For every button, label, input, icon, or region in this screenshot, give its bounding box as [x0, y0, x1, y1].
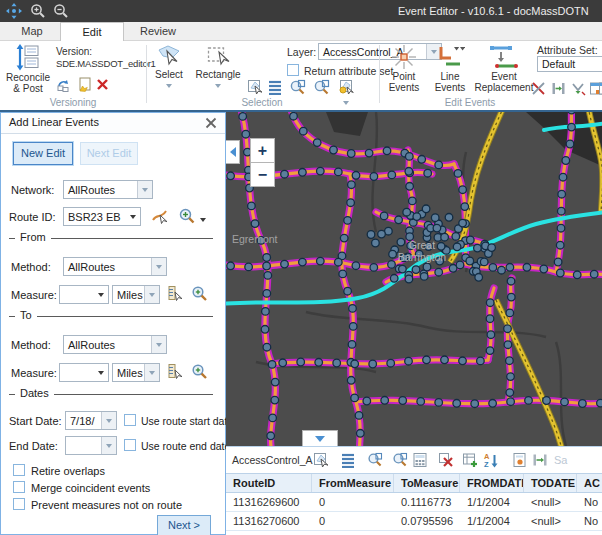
zoom-in-icon[interactable] — [30, 3, 46, 19]
start-date-combo[interactable]: 7/18/ — [65, 411, 117, 430]
use-route-end-date-checkbox[interactable] — [124, 439, 136, 451]
close-icon[interactable] — [205, 117, 217, 129]
chevron-down-icon — [149, 371, 155, 378]
cell-routeid: 11316270600 — [226, 512, 312, 530]
selectable-layers-icon[interactable] — [338, 79, 354, 95]
to-zoom-icon[interactable] — [191, 363, 208, 380]
column-header[interactable]: FROMDATE — [460, 474, 524, 492]
from-units-dropdown[interactable]: Miles — [112, 285, 160, 304]
to-measure-combo[interactable] — [59, 363, 109, 382]
return-attribute-set-checkbox[interactable] — [287, 64, 299, 76]
end-date-dropdown-arrow[interactable] — [101, 437, 116, 454]
prevent-measures-checkbox[interactable] — [13, 498, 25, 510]
table-row[interactable]: 11316269600 0 0.1116773 1/1/2004 <null> … — [226, 493, 602, 512]
end-date-combo[interactable] — [65, 436, 117, 455]
reconcile-post-button[interactable]: Reconcile & Post — [3, 44, 53, 94]
pan-icon[interactable] — [6, 3, 22, 19]
attribute-set-value: Default — [538, 58, 602, 70]
table-add-record-icon[interactable] — [462, 452, 478, 468]
cell-frommeasure: 0 — [312, 493, 394, 511]
network-dropdown[interactable]: AllRoutes — [63, 180, 153, 199]
chevron-down-icon[interactable] — [200, 218, 206, 225]
tab-review[interactable]: Review — [128, 22, 188, 40]
table-calculate-icon[interactable] — [412, 452, 428, 468]
rectangle-tool-button[interactable]: Rectangle — [193, 44, 243, 93]
column-header[interactable]: RouteID — [226, 474, 312, 492]
new-version-icon[interactable] — [76, 77, 91, 92]
version-value: SDE.MASSDOT_editor1 — [56, 58, 156, 69]
panel-header: Add Linear Events — [1, 113, 225, 134]
select-features-icon[interactable] — [247, 79, 263, 95]
reconcile-icon[interactable] — [56, 77, 71, 92]
line-events-icon — [435, 44, 465, 70]
use-route-start-date-label: Use route start date — [141, 415, 233, 427]
delete-version-icon[interactable] — [96, 78, 109, 91]
point-events-button[interactable]: Point Events — [383, 44, 425, 93]
column-header[interactable]: FromMeasure — [312, 474, 394, 492]
from-measure-on-map-icon[interactable] — [167, 285, 184, 302]
to-method-dropdown-arrow[interactable] — [151, 336, 166, 353]
select-route-on-map-icon[interactable] — [151, 207, 169, 225]
retire-overlaps-checkbox[interactable] — [13, 464, 25, 476]
layer-label: Layer: — [287, 46, 316, 58]
to-units-dropdown[interactable]: Miles — [112, 363, 160, 382]
merge-coincident-events-checkbox[interactable] — [13, 481, 25, 493]
chevron-down-icon — [166, 84, 172, 91]
table-pan-selected-icon[interactable] — [392, 452, 408, 468]
column-header[interactable]: TODATE — [524, 474, 577, 492]
table-sort-icon[interactable]: A Z — [483, 452, 499, 468]
snap-event-icon[interactable] — [571, 81, 586, 96]
table-list-icon[interactable] — [340, 452, 356, 468]
from-measure-combo[interactable] — [59, 285, 109, 304]
tab-edit[interactable]: Edit — [60, 22, 124, 41]
table-identify-icon[interactable] — [512, 452, 528, 468]
from-method-dropdown-arrow[interactable] — [151, 258, 166, 275]
to-measure-on-map-icon[interactable] — [167, 363, 184, 380]
pan-to-selection-icon[interactable] — [313, 79, 330, 96]
event-window-2-icon[interactable] — [598, 81, 602, 96]
to-method-value: AllRoutes — [64, 339, 151, 351]
table-row[interactable]: 11316270600 0 0.0795596 1/1/2004 <null> … — [226, 512, 602, 531]
split-event-icon[interactable] — [531, 81, 546, 96]
from-method-value: AllRoutes — [64, 261, 151, 273]
chevron-down-icon — [156, 265, 162, 272]
to-units-dropdown-arrow[interactable] — [144, 364, 159, 381]
from-method-dropdown[interactable]: AllRoutes — [63, 257, 167, 276]
table-move-icon[interactable] — [532, 452, 548, 468]
network-dropdown-arrow[interactable] — [137, 181, 152, 198]
next-edit-button[interactable]: Next Edit — [80, 142, 138, 165]
collapse-table-button[interactable] — [302, 430, 338, 446]
zoom-to-route-icon[interactable] — [178, 207, 196, 225]
selection-list-icon[interactable] — [267, 79, 283, 95]
chevron-down-icon — [156, 343, 162, 350]
column-header[interactable]: AC — [577, 474, 602, 492]
attribute-set-dropdown[interactable]: Default — [537, 56, 602, 72]
next-button[interactable]: Next > — [157, 515, 211, 535]
zoom-out-icon[interactable] — [53, 3, 69, 19]
zoom-to-selection-icon[interactable] — [289, 79, 306, 96]
tab-map[interactable]: Map — [8, 22, 56, 40]
to-method-dropdown[interactable]: AllRoutes — [63, 335, 167, 354]
table-select-icon[interactable] — [313, 452, 329, 468]
from-zoom-icon[interactable] — [191, 285, 208, 302]
ribbon-divider — [379, 45, 380, 103]
collapse-panel-button[interactable] — [226, 140, 240, 164]
line-events-button[interactable]: Line Events — [429, 44, 471, 93]
move-event-icon[interactable] — [551, 81, 566, 96]
chevron-down-icon — [106, 419, 112, 426]
table-save-label[interactable]: Sa — [554, 454, 567, 466]
from-units-dropdown-arrow[interactable] — [144, 286, 159, 303]
column-header[interactable]: ToMeasure — [394, 474, 460, 492]
map-zoom-in-button[interactable]: + — [250, 138, 275, 163]
ribbon: Reconcile & Post Version: SDE.MASSDOT_ed… — [0, 41, 602, 112]
use-route-start-date-checkbox[interactable] — [124, 414, 136, 426]
map-canvas[interactable]: Egremont Great Barrington + − — [226, 112, 602, 446]
route-id-dropdown[interactable]: BSR23 EB — [63, 207, 141, 226]
start-date-dropdown-arrow[interactable] — [101, 412, 116, 429]
map-zoom-out-button[interactable]: − — [250, 162, 275, 187]
select-tool-button[interactable]: Select — [149, 44, 189, 93]
new-edit-button[interactable]: New Edit — [13, 142, 73, 165]
table-clear-selection-icon[interactable] — [438, 452, 454, 468]
event-replacement-button[interactable]: Event Replacement — [473, 44, 535, 93]
table-zoom-selected-icon[interactable] — [367, 452, 383, 468]
